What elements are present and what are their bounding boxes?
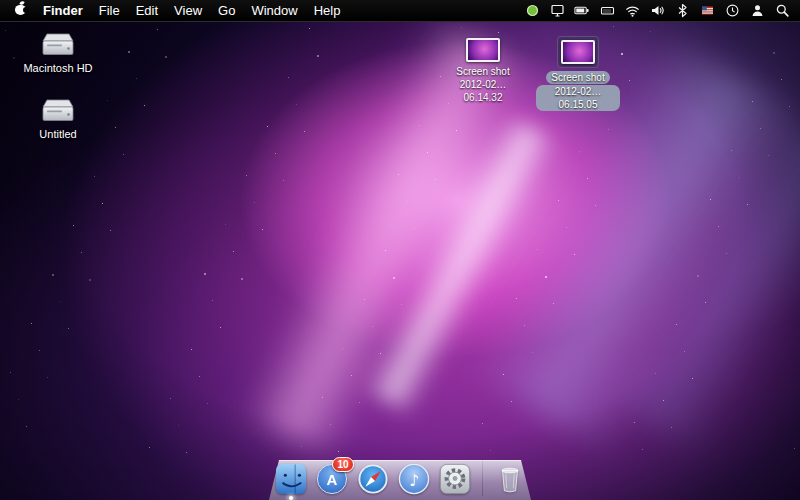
- safari-icon: [357, 463, 389, 495]
- finder-icon: [275, 463, 307, 495]
- menu-help[interactable]: Help: [314, 0, 341, 22]
- keyboard-icon[interactable]: [599, 3, 615, 19]
- svg-text:♪: ♪: [408, 471, 418, 490]
- menu-bar: Finder File Edit View Go Window Help: [0, 0, 800, 22]
- icon-label: Untitled: [39, 128, 76, 140]
- menu-edit[interactable]: Edit: [136, 0, 158, 22]
- desktop: Finder File Edit View Go Window Help: [0, 0, 800, 500]
- notification-badge: 10: [332, 457, 353, 472]
- volume-icon[interactable]: [649, 3, 665, 19]
- star-field: [0, 0, 800, 500]
- flag-icon[interactable]: [699, 3, 715, 19]
- vignette: [0, 0, 800, 500]
- aurora-beam: [602, 113, 800, 456]
- app-menu-finder[interactable]: Finder: [43, 0, 83, 22]
- hard-drive-icon: [39, 98, 77, 126]
- user-icon[interactable]: [749, 3, 765, 19]
- hard-drive-icon: [39, 32, 77, 60]
- icon-label: Screen shot 2012-02…06.15.05: [536, 71, 620, 111]
- green-status-icon[interactable]: [524, 3, 540, 19]
- system-preferences-icon: [439, 463, 471, 495]
- battery-icon[interactable]: [574, 3, 590, 19]
- icon-label: Macintosh HD: [23, 62, 92, 74]
- trash-icon: [494, 463, 526, 495]
- spotlight-icon[interactable]: [774, 3, 790, 19]
- desktop-icon-macintosh-hd[interactable]: Macintosh HD: [18, 32, 98, 74]
- selection-highlight: [557, 36, 599, 68]
- dock-app-store[interactable]: A 10: [315, 462, 349, 496]
- image-file-icon: [466, 38, 500, 62]
- bluetooth-icon[interactable]: [674, 3, 690, 19]
- dock-itunes[interactable]: ♪: [397, 462, 431, 496]
- apple-menu[interactable]: [14, 0, 27, 22]
- wifi-icon[interactable]: [624, 3, 640, 19]
- desktop-icon-screenshot-1[interactable]: Screen shot 2012-02…06.14.32: [444, 38, 522, 104]
- menu-window[interactable]: Window: [251, 0, 297, 22]
- icon-label: Screen shot 2012-02…06.14.32: [444, 65, 522, 104]
- dock: A 10 ♪: [269, 456, 531, 500]
- menu-view[interactable]: View: [174, 0, 202, 22]
- dock-finder[interactable]: [274, 462, 308, 496]
- wallpaper: [0, 0, 800, 500]
- dock-system-preferences[interactable]: [438, 462, 472, 496]
- desktop-icon-screenshot-2[interactable]: Screen shot 2012-02…06.15.05: [536, 36, 620, 111]
- itunes-icon: ♪: [398, 463, 430, 495]
- svg-text:A: A: [326, 471, 337, 488]
- display-icon[interactable]: [549, 3, 565, 19]
- menu-file[interactable]: File: [99, 0, 120, 22]
- aurora-beam: [361, 114, 560, 416]
- clock-icon[interactable]: [724, 3, 740, 19]
- menu-go[interactable]: Go: [218, 0, 235, 22]
- dock-trash[interactable]: [493, 462, 527, 496]
- dock-separator: [482, 460, 483, 496]
- apple-icon: [14, 1, 27, 15]
- dock-safari[interactable]: [356, 462, 390, 496]
- image-file-icon: [561, 40, 595, 64]
- running-indicator: [289, 496, 293, 500]
- desktop-icon-untitled[interactable]: Untitled: [18, 98, 98, 140]
